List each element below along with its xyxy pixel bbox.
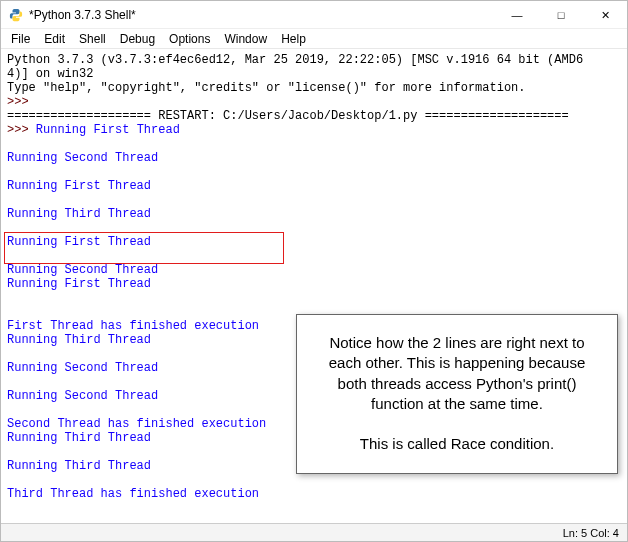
menu-options[interactable]: Options	[163, 31, 216, 47]
window-title: *Python 3.7.3 Shell*	[29, 8, 136, 22]
cursor-position: Ln: 5 Col: 4	[563, 527, 619, 539]
output-line: Running Third Thread	[7, 333, 151, 347]
python-version-line2: 4)] on win32	[7, 67, 93, 81]
maximize-button[interactable]: □	[539, 1, 583, 29]
close-button[interactable]: ✕	[583, 1, 627, 29]
output-line: Running Third Thread	[7, 459, 151, 473]
prompt: >>>	[7, 95, 36, 109]
menu-file[interactable]: File	[5, 31, 36, 47]
output-line: Third Thread has finished execution	[7, 487, 259, 501]
titlebar: *Python 3.7.3 Shell* — □ ✕	[1, 1, 627, 29]
title-left: *Python 3.7.3 Shell*	[9, 8, 136, 22]
prompt: >>>	[7, 123, 36, 137]
menubar: File Edit Shell Debug Options Window Hel…	[1, 29, 627, 49]
menu-edit[interactable]: Edit	[38, 31, 71, 47]
output-line: Running First Thread	[7, 179, 151, 193]
output-line: Running Second Thread	[7, 263, 158, 277]
menu-help[interactable]: Help	[275, 31, 312, 47]
annotation-text-2: This is called Race condition.	[313, 434, 601, 454]
output-line: Running Third Thread	[7, 207, 151, 221]
output-line: Second Thread has finished execution	[7, 417, 266, 431]
menu-debug[interactable]: Debug	[114, 31, 161, 47]
output-line: Running First Thread	[7, 277, 151, 291]
output-line: Running Second Thread	[7, 361, 158, 375]
menu-shell[interactable]: Shell	[73, 31, 112, 47]
output-line: Running Second Thread	[7, 151, 158, 165]
python-help-line: Type "help", "copyright", "credits" or "…	[7, 81, 525, 95]
annotation-text-1: Notice how the 2 lines are right next to…	[313, 333, 601, 414]
minimize-button[interactable]: —	[495, 1, 539, 29]
python-idle-icon	[9, 8, 23, 22]
menu-window[interactable]: Window	[218, 31, 273, 47]
output-line: First Thread has finished execution	[7, 319, 259, 333]
output-line: Running First Thread	[7, 235, 151, 249]
output-line: Running Third Thread	[7, 431, 151, 445]
window-controls: — □ ✕	[495, 1, 627, 28]
output-line: Running First Thread	[36, 123, 180, 137]
restart-line: ==================== RESTART: C:/Users/J…	[7, 109, 569, 123]
statusbar: Ln: 5 Col: 4	[1, 523, 627, 541]
annotation-callout: Notice how the 2 lines are right next to…	[296, 314, 618, 474]
output-line: Running Second Thread	[7, 389, 158, 403]
python-version-line1: Python 3.7.3 (v3.7.3:ef4ec6ed12, Mar 25 …	[7, 53, 583, 67]
